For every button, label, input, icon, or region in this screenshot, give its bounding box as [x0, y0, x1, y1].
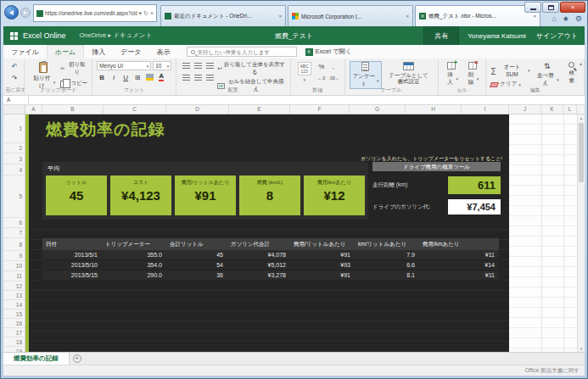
tab-close-icon[interactable]: × [278, 14, 282, 19]
column-header-d[interactable]: D [166, 105, 229, 114]
column-header-b[interactable]: B [42, 105, 104, 114]
autosum-button[interactable]: ∑オート SUM▾ [490, 64, 529, 77]
scrollbar-thumb[interactable] [579, 123, 584, 182]
font-color-button[interactable]: A [156, 72, 166, 82]
table-cell[interactable]: 54 [166, 260, 227, 270]
row-header-6[interactable]: 6 [3, 218, 25, 228]
row-header-5[interactable]: 5 [3, 176, 25, 218]
collapse-ribbon-icon[interactable]: ▴ [580, 60, 582, 66]
close-button[interactable]: × [560, 2, 585, 13]
redo-button[interactable]: ↷ [9, 73, 20, 83]
formula-input[interactable] [29, 96, 585, 104]
italic-button[interactable]: I [109, 72, 119, 82]
browser-tab[interactable]: Microsoft Corporation [...× [288, 5, 413, 26]
favorites-star-icon[interactable]: ★ [563, 14, 569, 23]
sheet-tab[interactable]: 燃費効率の記録 [3, 353, 70, 365]
autocomplete-dropdown-icon[interactable]: ▾ [139, 10, 143, 17]
table-cell[interactable]: ¥91 [290, 250, 355, 259]
table-row[interactable]: 2013/5/10354.054¥5,012¥936.6¥14 [42, 260, 499, 270]
name-box[interactable]: A [3, 96, 29, 104]
table-cell[interactable]: ¥93 [290, 260, 355, 270]
distance-input-cell[interactable]: 611 [448, 176, 501, 194]
row-header-14[interactable]: 14 [3, 300, 25, 309]
table-cell[interactable]: ¥4,078 [227, 250, 290, 259]
row-header-2[interactable]: 2 [3, 143, 25, 153]
column-header-k[interactable]: K [541, 105, 563, 114]
table-cell[interactable]: 290.0 [102, 270, 166, 280]
ribbon-tab-file[interactable]: ファイル [3, 45, 47, 59]
borders-button[interactable]: ⊞ [132, 72, 143, 82]
back-button[interactable] [4, 5, 19, 20]
empty-cells-region[interactable] [509, 114, 577, 352]
kpi-cell[interactable]: リットル45 [46, 176, 107, 215]
signout-button[interactable]: サインアウト [535, 31, 585, 41]
table-cell[interactable]: 354.0 [102, 260, 166, 270]
row-header-17[interactable]: 17 [3, 328, 25, 337]
row-header-18[interactable]: 18 [3, 337, 25, 347]
table-row[interactable]: 2013/5/15290.036¥3,278¥918.1¥11 [42, 270, 499, 281]
table-cell[interactable]: 2013/5/10 [42, 260, 102, 270]
align-left-button[interactable] [181, 73, 191, 83]
survey-button[interactable]: アンケート▾ [350, 61, 382, 89]
row-header-13[interactable]: 13 [3, 291, 25, 300]
column-header-c[interactable]: C [104, 105, 166, 114]
row-header-3[interactable]: 3 [3, 153, 25, 164]
add-sheet-button[interactable]: + [70, 353, 85, 365]
ribbon-tab-insert[interactable]: 挿入 [84, 45, 113, 59]
row-header-16[interactable]: 16 [3, 319, 25, 328]
ribbon-tab-data[interactable]: データ [113, 45, 148, 59]
ribbon-tab-home[interactable]: ホーム [47, 45, 84, 59]
percent-style-button[interactable]: % [316, 61, 327, 71]
row-header-15[interactable]: 15 [3, 309, 25, 319]
sheet-canvas[interactable]: 燃費効率の記録 ガソリンを入れたら、トリップメーターをリセットすること! 平均 … [25, 114, 577, 352]
tell-me-search[interactable] [187, 47, 297, 57]
table-cell[interactable]: 8.1 [355, 270, 419, 280]
align-bottom-button[interactable] [204, 61, 215, 71]
row-header-9[interactable]: 9 [3, 251, 25, 261]
table-cell[interactable]: ¥91 [290, 270, 355, 280]
column-header-g[interactable]: G [350, 105, 406, 114]
font-size-select[interactable]: 10▾ [153, 61, 171, 70]
column-header-l[interactable]: L [563, 105, 577, 114]
row-header-10[interactable]: 10 [3, 261, 25, 271]
kpi-cell[interactable]: 費用/リットルあたり¥91 [175, 176, 236, 215]
tab-close-icon[interactable]: × [406, 14, 409, 19]
increase-decimal-button[interactable]: ←.0 [316, 73, 327, 83]
app-launcher-icon[interactable] [10, 32, 18, 40]
refresh-icon[interactable]: ↻ [143, 10, 148, 17]
minimize-button[interactable] [524, 2, 541, 13]
column-header-i[interactable]: I [462, 105, 509, 114]
font-name-select[interactable]: Meiryo UI▾ [97, 61, 151, 70]
column-header-h[interactable]: H [406, 105, 462, 114]
table-cell[interactable]: ¥14 [419, 260, 499, 270]
row-header-11[interactable]: 11 [3, 271, 25, 281]
find-button[interactable]: 検索 [564, 61, 580, 86]
table-cell[interactable]: 45 [166, 250, 227, 259]
forward-button[interactable] [20, 8, 31, 18]
scroll-down-icon[interactable]: ▾ [578, 346, 585, 351]
row-header-12[interactable]: 12 [3, 281, 25, 291]
number-format-button[interactable]: ABC123 ▾ [295, 61, 314, 83]
table-cell[interactable]: 36 [166, 270, 227, 280]
scroll-up-icon[interactable]: ▴ [578, 115, 585, 120]
open-in-excel-button[interactable]: Excel で開く [305, 47, 352, 56]
align-center-button[interactable] [193, 73, 203, 83]
table-cell[interactable]: 7.9 [355, 250, 419, 259]
settings-gear-icon[interactable]: ⚙ [575, 14, 582, 23]
align-right-button[interactable] [204, 73, 215, 83]
stop-icon[interactable]: × [150, 10, 154, 16]
kpi-cell[interactable]: 費用/kmあたり¥12 [304, 176, 365, 215]
decrease-decimal-button[interactable]: .00→ [328, 73, 340, 83]
table-cell[interactable]: 2013/5/1 [42, 250, 102, 259]
user-name[interactable]: Yoneyama Katsumi [459, 32, 535, 40]
vertical-scrollbar[interactable]: ▴ ▾ [577, 114, 585, 352]
table-row[interactable]: 2013/5/1355.045¥4,078¥917.9¥11 [42, 250, 499, 260]
table-cell[interactable]: 6.6 [355, 260, 419, 270]
wrap-text-button[interactable]: ↩折り返して全体を表示する [217, 61, 285, 76]
delete-cells-button[interactable]: × 削除▾ [463, 61, 481, 87]
table-cell[interactable]: ¥11 [419, 270, 499, 280]
format-as-table-button[interactable]: テーブルとして書式設定 [384, 61, 434, 86]
bold-button[interactable]: B [97, 72, 107, 82]
column-header-j[interactable]: J [509, 105, 541, 114]
breadcrumb[interactable]: OneDrive ▸ ドキュメント [80, 31, 153, 40]
